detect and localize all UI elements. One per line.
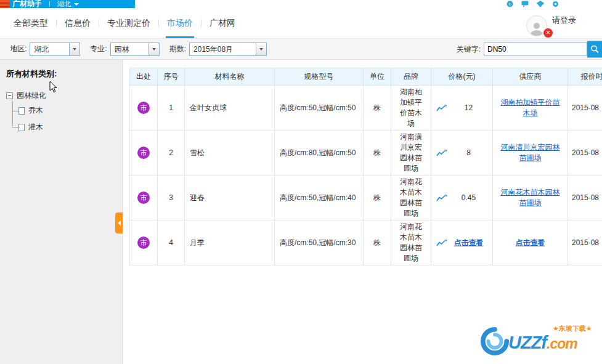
market-source-badge: 市: [137, 237, 150, 249]
tree-node-shrub[interactable]: 灌木: [18, 119, 123, 135]
col-header-unit: 单位: [364, 68, 391, 86]
index-cell: 2: [158, 131, 185, 176]
settings-icon[interactable]: [552, 1, 559, 7]
sidebar-collapse-handle[interactable]: [115, 212, 123, 233]
supplier-link[interactable]: 河南花木苗木园林苗圃场: [501, 188, 560, 207]
login-link[interactable]: 请登录: [552, 15, 576, 26]
supplier-cell: 点击查看: [493, 220, 568, 265]
table-row: 市 4 月季 高度/cm:50,冠幅/cm:30 株 河南花木苗木园林苗圃场 点…: [130, 220, 602, 265]
price-trend-chart-icon[interactable]: [436, 104, 447, 112]
supplier-link[interactable]: 河南潢川京宏园林苗圃场: [501, 143, 560, 162]
tab-info-price[interactable]: 信息价: [65, 8, 91, 38]
brand-cell: 河南花木苗木园林苗圃场: [391, 220, 431, 265]
index-cell: 1: [158, 86, 185, 131]
chevron-down-icon: [152, 48, 156, 51]
quote-date-cell: 2015-08: [568, 176, 602, 220]
source-cell: 市: [130, 176, 158, 220]
major-dropdown[interactable]: 园林: [110, 42, 160, 56]
supplier-link[interactable]: 点击查看: [516, 238, 545, 247]
period-dropdown-button[interactable]: [256, 43, 266, 55]
spec-cell: 高度/cm:80,冠幅/cm:50: [275, 131, 364, 176]
price-value: 点击查看: [447, 238, 490, 248]
region-filter-label: 地区:: [10, 44, 26, 54]
period-dropdown[interactable]: 2015年08月: [189, 42, 267, 56]
table-row: 市 1 金叶女贞球 高度/cm:50,冠幅/cm:50 株 湖南柏加镇平价苗木场…: [130, 86, 602, 131]
price-trend-chart-icon[interactable]: [436, 149, 447, 157]
chevron-down-icon: [74, 3, 79, 6]
document-icon: [18, 107, 25, 115]
table-row: 市 2 雪松 高度/cm:80,冠幅/cm:50 株 河南潢川京宏园林苗圃场 8…: [130, 131, 602, 176]
price-trend-chart-icon[interactable]: [436, 239, 447, 247]
material-name-cell: 月季: [185, 220, 275, 265]
unit-cell: 株: [364, 131, 391, 176]
nav-divider: [56, 19, 57, 27]
region-dropdown[interactable]: 湖北: [30, 42, 80, 56]
keyword-label: 关键字:: [457, 44, 481, 54]
person-icon: [529, 21, 545, 36]
search-button[interactable]: [587, 41, 602, 57]
tab-all-types-label: 全部类型: [14, 18, 48, 29]
period-filter-label: 期数:: [169, 44, 186, 54]
gem-icon[interactable]: [537, 1, 544, 7]
price-cell: 8: [431, 131, 493, 176]
tab-professional-price[interactable]: 专业测定价: [107, 8, 150, 38]
price-trend-chart-icon[interactable]: [436, 194, 447, 202]
close-badge-icon[interactable]: ✕: [543, 28, 553, 38]
quote-date-cell: 2015-08: [568, 220, 602, 265]
search-icon: [590, 45, 599, 54]
supplier-link[interactable]: 湖南柏加镇平价苗木场: [501, 98, 560, 117]
market-source-badge: 市: [137, 102, 150, 114]
tab-all-types[interactable]: 全部类型: [14, 8, 48, 38]
tree-node-garden-label: 园林绿化: [17, 91, 46, 101]
col-header-price: 价格(元): [431, 68, 493, 86]
document-icon: [18, 124, 25, 131]
category-tree: 园林绿化 乔木 灌木: [6, 91, 123, 135]
unit-cell: 株: [364, 176, 391, 220]
col-header-supplier: 供应商: [493, 68, 568, 86]
titlebar-region-selector[interactable]: 湖北: [57, 0, 79, 8]
price-value: 12: [447, 103, 490, 112]
keyword-search-group: 关键字:: [457, 41, 602, 57]
tab-guangcai-web[interactable]: 广材网: [209, 8, 235, 38]
material-name-cell: 金叶女贞球: [185, 86, 275, 131]
titlebar-divider: [49, 1, 50, 7]
tree-children: 乔木 灌木: [9, 102, 123, 135]
index-cell: 3: [158, 176, 185, 220]
keyword-input[interactable]: [484, 42, 587, 56]
materials-table: 出处 序号 材料名称 规格型号 单位 品牌 价格(元) 供应商 报价时间 市 1…: [129, 68, 602, 265]
sidebar-title: 所有材料类别:: [6, 68, 123, 79]
major-filter-label: 专业:: [90, 44, 107, 54]
table-row: 市 3 迎春 高度/cm:50,冠幅/cm:40 株 河南花木苗木园林苗圃场 0…: [130, 176, 602, 220]
price-value: 8: [447, 148, 490, 157]
app-title: 广材助手: [12, 0, 42, 8]
major-dropdown-button[interactable]: [148, 43, 159, 55]
tab-market-price[interactable]: 市场价: [167, 8, 193, 38]
brand-cell: 湖南柏加镇平价苗木场: [391, 86, 431, 131]
tree-node-arbor[interactable]: 乔木: [18, 102, 123, 119]
chevron-down-icon: [73, 48, 76, 51]
tree-node-garden[interactable]: 园林绿化: [6, 91, 123, 101]
message-icon[interactable]: [521, 1, 529, 7]
source-cell: 市: [130, 86, 158, 131]
col-header-spec: 规格型号: [275, 68, 364, 86]
region-dropdown-button[interactable]: [69, 43, 79, 55]
coin-icon[interactable]: [506, 1, 513, 7]
supplier-cell: 河南花木苗木园林苗圃场: [493, 176, 568, 220]
tree-collapse-icon[interactable]: [6, 92, 13, 99]
titlebar-brand-area: 广材助手 湖北: [0, 0, 135, 8]
period-dropdown-value: 2015年08月: [190, 43, 256, 55]
nav-divider: [158, 19, 159, 27]
main-nav: 全部类型 信息价 专业测定价 市场价 广材网 请登录 ✕: [0, 8, 602, 38]
window-titlebar: 广材助手 湖北: [0, 0, 602, 8]
supplier-cell: 湖南柏加镇平价苗木场: [493, 86, 568, 131]
tree-node-arbor-label: 乔木: [28, 105, 43, 116]
col-header-brand: 品牌: [391, 68, 431, 86]
market-source-badge: 市: [137, 147, 150, 159]
price-cell: 12: [431, 86, 493, 131]
titlebar-icons: [506, 1, 559, 7]
tab-market-price-label: 市场价: [167, 18, 193, 29]
spec-cell: 高度/cm:50,冠幅/cm:50: [275, 86, 364, 131]
unit-cell: 株: [364, 86, 391, 131]
tab-professional-price-label: 专业测定价: [107, 18, 150, 29]
nav-divider: [201, 19, 201, 27]
